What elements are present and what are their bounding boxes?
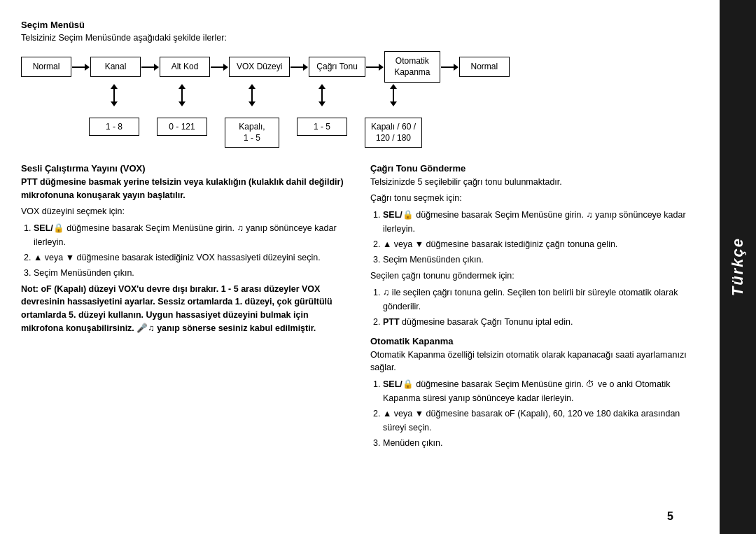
mic-icons: 🎤♫ xyxy=(136,323,154,333)
arrow1 xyxy=(72,64,90,71)
spacer-arr1 xyxy=(71,83,89,148)
flow-diagram: Normal Kanal Alt Kod xyxy=(21,51,699,148)
menu-subtitle: Telsiziniz Seçim Menüsünde aşağıdaki şek… xyxy=(21,33,699,43)
tone-step2-ptt: PTT xyxy=(383,317,400,327)
tone-para1: Telsizinizde 5 seçilebilir çağrı tonu bu… xyxy=(370,176,699,189)
col-right: Çağrı Tonu Gönderme Telsizinizde 5 seçil… xyxy=(370,156,699,451)
tone-step2-1: ♫ ile seçilen çağrı tonuna gelin. Seçile… xyxy=(383,286,699,314)
auto-step1-icon: ⏱ xyxy=(586,379,595,389)
spacer-arr5 xyxy=(347,83,365,148)
vox-steps-list: SEL/🔒 düğmesine basarak Seçim Menüsüne g… xyxy=(34,221,349,280)
page: Seçim Menüsü Telsiziniz Seçim Menüsünde … xyxy=(0,0,756,534)
auto-step1-sel: SEL/🔒 xyxy=(383,379,414,389)
auto-section-title: Otomatik Kapanma xyxy=(370,336,699,346)
auto-step-1: SEL/🔒 düğmesine basarak Seçim Menüsüne g… xyxy=(383,377,699,405)
vox-step-1: SEL/🔒 düğmesine basarak Seçim Menüsüne g… xyxy=(34,221,349,249)
vox-para2: VOX düzeyini seçmek için: xyxy=(21,205,349,218)
sub-box-kapali15: Kapalı,1 - 5 xyxy=(225,118,279,148)
arrow6 xyxy=(441,64,458,71)
arrow4 xyxy=(290,64,308,71)
auto-steps-list: SEL/🔒 düğmesine basarak Seçim Menüsüne g… xyxy=(383,377,699,450)
cagri-col: 1 - 5 xyxy=(297,83,347,148)
tone-steps-list: SEL/🔒 düğmesine basarak Seçim Menüsüne g… xyxy=(383,208,699,267)
otomatik-varrow xyxy=(390,83,397,118)
kanal-varrow xyxy=(111,83,118,118)
auto-step-2: ▲ veya ▼ düğmesine basarak oF (Kapalı), … xyxy=(383,407,699,435)
two-col-section: Sesli Çalıştırma Yayını (VOX) PTT düğmes… xyxy=(21,156,699,451)
arrow5 xyxy=(366,64,384,71)
section-menu: Seçim Menüsü Telsiziniz Seçim Menüsünde … xyxy=(21,20,699,148)
vox-section-title: Sesli Çalıştırma Yayını (VOX) xyxy=(21,163,349,174)
vox-step-2: ▲ veya ▼ düğmesine basarak istediğiniz V… xyxy=(34,251,349,265)
kanal-col: 1 - 8 xyxy=(89,83,139,148)
tone-step1-sel: SEL/🔒 xyxy=(383,210,414,220)
vox-step-3: Seçim Menüsünden çıkın. xyxy=(34,266,349,280)
auto-step-3: Menüden çıkın. xyxy=(383,436,699,450)
arrow2 xyxy=(141,64,159,71)
tone-para2: Çağrı tonu seçmek için: xyxy=(370,192,699,205)
vox-col: Kapalı,1 - 5 xyxy=(225,83,279,148)
tone-step2-icon: ♫ xyxy=(383,288,389,297)
main-content: Seçim Menüsü Telsiziniz Seçim Menüsünde … xyxy=(0,0,720,534)
auto-para1: Otomatik Kapanma özelliği telsizin otoma… xyxy=(370,349,699,375)
sub-box-kapali60180: Kapalı / 60 /120 / 180 xyxy=(365,118,422,148)
vox-para1: PTT düğmesine basmak yerine telsizin vey… xyxy=(21,176,349,202)
tone-step-3: Seçim Menüsünden çıkın. xyxy=(383,253,699,267)
spacer-normal xyxy=(21,83,71,148)
tone-step-1: SEL/🔒 düğmesine basarak Seçim Menüsüne g… xyxy=(383,208,699,236)
sub-box-15: 1 - 5 xyxy=(297,118,347,136)
vox-varrow xyxy=(248,83,255,118)
flow-box-vox: VOX Düzeyi xyxy=(229,57,290,78)
sidebar-label: Türkçe xyxy=(729,237,747,296)
altkod-col: 0 - 121 xyxy=(157,83,207,148)
sub-box-18: 1 - 8 xyxy=(89,118,139,136)
tone-step-2: ▲ veya ▼ düğmesine basarak istediğiniz ç… xyxy=(383,237,699,251)
tone-section-title: Çağrı Tonu Gönderme xyxy=(370,163,699,174)
vox-step1-sel: SEL/🔒 xyxy=(34,223,64,233)
flow-box-normal2: Normal xyxy=(459,57,510,78)
flow-bottom-section: 1 - 8 0 - 121 xyxy=(21,83,699,148)
col-left: Sesli Çalıştırma Yayını (VOX) PTT düğmes… xyxy=(21,156,349,451)
tone-step1-icon: ♫ xyxy=(586,210,592,220)
flow-box-cagri: Çağrı Tonu xyxy=(309,57,365,78)
spacer-arr3 xyxy=(207,83,225,148)
tone-steps2-list: ♫ ile seçilen çağrı tonuna gelin. Seçile… xyxy=(383,286,699,329)
flow-box-altkod: Alt Kod xyxy=(160,57,210,78)
tone-para3: Seçilen çağrı tonunu göndermek için: xyxy=(370,269,699,283)
arrow3 xyxy=(211,64,228,71)
flow-top-row: Normal Kanal Alt Kod xyxy=(21,51,699,83)
spacer-arr4 xyxy=(279,83,297,148)
vox-para1-bold: PTT düğmesine basmak yerine telsizin vey… xyxy=(21,177,344,200)
flow-box-otomatik: OtomatikKapanma xyxy=(384,51,440,83)
vox-note: Not: oF (Kapalı) düzeyi VOX'u devre dışı… xyxy=(21,283,349,335)
otomatik-col: Kapalı / 60 /120 / 180 xyxy=(365,83,422,148)
flow-box-normal1: Normal xyxy=(21,57,71,78)
tone-step2-2: PTT düğmesine basarak Çağrı Tonunu iptal… xyxy=(383,315,699,329)
menu-section-title: Seçim Menüsü xyxy=(21,20,699,30)
flow-box-kanal: Kanal xyxy=(90,57,141,78)
cagri-varrow xyxy=(318,83,326,118)
altkod-varrow xyxy=(178,83,186,118)
sidebar: Türkçe xyxy=(720,0,756,534)
page-number: 5 xyxy=(667,510,673,523)
vox-step1-icon: ♫ xyxy=(237,223,243,233)
sub-box-0121: 0 - 121 xyxy=(157,118,207,136)
spacer-arr2 xyxy=(139,83,157,148)
vox-note-bold: Not: oF (Kapalı) düzeyi VOX'u devre dışı… xyxy=(21,284,332,321)
